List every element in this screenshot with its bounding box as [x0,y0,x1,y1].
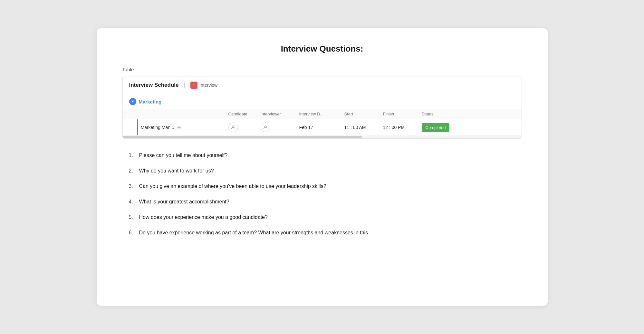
date-cell: Feb 17 [299,125,344,130]
start-cell: 11 : 00 AM [344,125,383,130]
question-item: Can you give an example of where you've … [129,182,515,190]
group-name: Marketing [139,99,162,104]
status-badge: Completed [422,123,450,132]
questions-list: Please can you tell me about yourself?Wh… [129,152,515,237]
question-item: What is your greatest accomplishment? [129,198,515,206]
status-cell: Completed [422,123,460,132]
finish-cell: 12 : 00 PM [383,125,422,130]
row-name-text: Marketing Man... [141,125,174,130]
section-label: Table [122,67,522,72]
page-title: Interview Questions: [122,44,522,54]
col-header-interviewer: Interviewer [261,112,299,116]
col-header-date: Interview D... [299,112,344,116]
table-content: Marketing Candidate Interviewer Intervie… [123,94,522,138]
separator: | [184,82,186,89]
interviewer-avatar [261,123,270,132]
main-card: Interview Questions: Table Interview Sch… [97,28,548,306]
interviewer-cell [261,123,299,132]
scrollbar-thumb[interactable] [123,136,362,138]
table-header-bar: Interview Schedule | I Interview [123,76,522,94]
interview-badge-label: Interview [199,83,217,88]
table-row: Marketing Man... ⊕ [123,119,522,136]
questions-section: Please can you tell me about yourself?Wh… [122,152,522,237]
question-item: Do you have experience working as part o… [129,229,515,237]
group-expand-icon[interactable] [129,98,136,105]
interview-badge-icon: I [190,82,197,89]
question-item: How does your experience make you a good… [129,213,515,221]
col-header-name [138,112,228,116]
col-header-finish: Finish [383,112,422,116]
scrollbar-area [123,136,522,138]
col-header-candidate: Candidate [228,112,261,116]
row-name-cell: Marketing Man... ⊕ [138,124,228,131]
candidate-cell [228,123,261,132]
candidate-avatar [228,123,238,132]
interview-schedule-table: Interview Schedule | I Interview Marketi… [122,76,522,139]
column-headers: Candidate Interviewer Interview D... Sta… [123,109,522,119]
question-item: Please can you tell me about yourself? [129,152,515,159]
group-header: Marketing [123,94,522,109]
row-left-border [137,119,138,135]
question-item: Why do you want to work for us? [129,167,515,175]
add-icon[interactable]: ⊕ [177,124,181,131]
col-header-start: Start [344,112,383,116]
svg-marker-0 [131,101,134,103]
interview-badge: I Interview [190,82,217,89]
col-header-status: Status [422,112,460,116]
table-title: Interview Schedule [129,82,179,88]
